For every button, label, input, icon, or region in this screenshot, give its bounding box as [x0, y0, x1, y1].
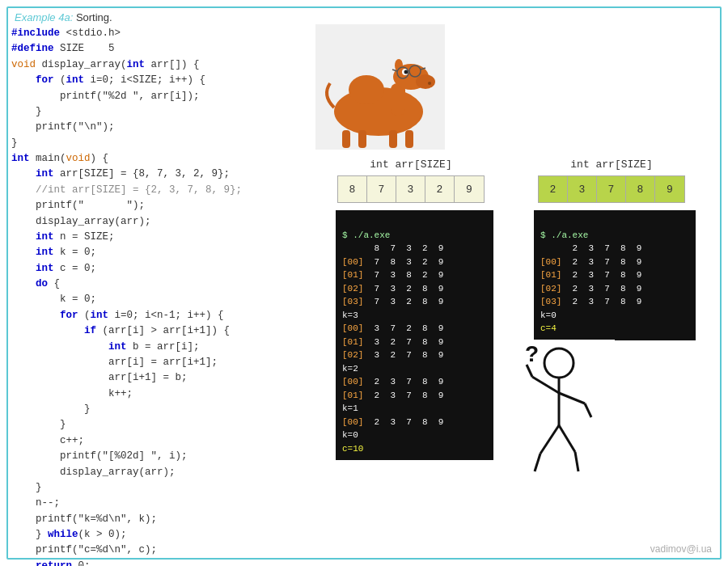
svg-point-8 — [395, 59, 403, 72]
array2-cell-0: 2 — [539, 176, 568, 202]
svg-text:?: ? — [525, 341, 539, 366]
page-title: Example 4a: Sorting. — [15, 11, 112, 23]
svg-line-25 — [535, 454, 540, 471]
svg-line-27 — [575, 452, 578, 471]
array1-cell-2: 3 — [396, 176, 425, 202]
svg-rect-10 — [358, 130, 366, 148]
svg-point-18 — [544, 348, 574, 378]
array2-cell-3: 8 — [626, 176, 655, 202]
array1-cell-4: 9 — [455, 176, 484, 202]
svg-line-22 — [559, 393, 585, 403]
svg-point-4 — [416, 74, 435, 89]
array1-label: int arr[SIZE] — [337, 158, 485, 171]
svg-line-23 — [585, 403, 591, 417]
array2-cell-4: 9 — [655, 176, 684, 202]
array2-cell-1: 3 — [568, 176, 597, 202]
svg-rect-11 — [389, 130, 397, 148]
array1-cell-3: 2 — [425, 176, 455, 202]
array1-cells: 8 7 3 2 9 — [337, 175, 485, 203]
array2-container: int arr[SIZE] 2 3 7 8 9 — [538, 158, 685, 203]
stick-figure-image: ? — [502, 340, 615, 477]
array1-cell-0: 8 — [338, 176, 367, 202]
array2-label: int arr[SIZE] — [538, 158, 685, 171]
terminal1: $ ./a.exe 8 7 3 2 9 [00] 7 8 3 2 9 [01] … — [336, 210, 493, 460]
title-text: Sorting. — [73, 11, 112, 23]
svg-rect-12 — [405, 130, 413, 148]
svg-line-21 — [527, 365, 532, 377]
svg-rect-9 — [342, 130, 350, 148]
svg-line-26 — [559, 425, 575, 452]
title-prefix: Example 4a: — [15, 11, 73, 23]
terminal2: $ ./a.exe 2 3 7 8 9 [00] 2 3 7 8 9 [01] … — [534, 210, 696, 340]
svg-point-7 — [428, 82, 431, 85]
array2-cells: 2 3 7 8 9 — [538, 175, 685, 203]
watermark: vadimov@i.ua — [650, 543, 712, 555]
svg-line-24 — [540, 425, 559, 454]
array1-container: int arr[SIZE] 8 7 3 2 9 — [337, 158, 485, 203]
array1-cell-1: 7 — [367, 176, 396, 202]
code-block: #include <stdio.h> #define SIZE 5 void d… — [11, 26, 242, 566]
svg-point-1 — [349, 75, 384, 104]
array2-cell-2: 7 — [597, 176, 626, 202]
svg-line-20 — [532, 377, 559, 393]
camel-image — [315, 24, 445, 150]
